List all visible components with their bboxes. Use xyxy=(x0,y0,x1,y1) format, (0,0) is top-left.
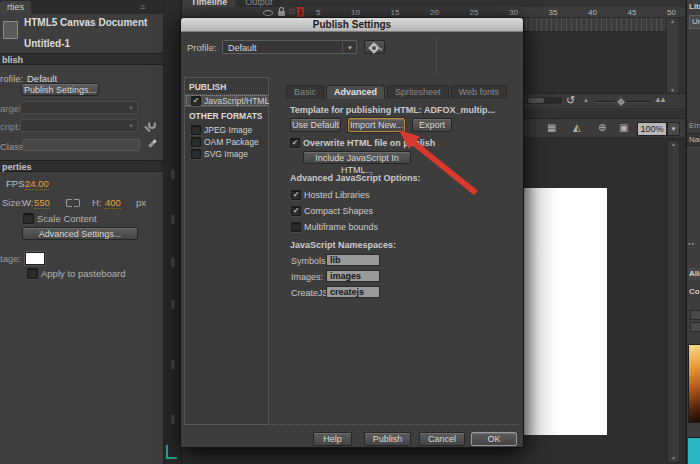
createjs-input[interactable] xyxy=(326,286,380,298)
library-doc-select[interactable]: Unt xyxy=(689,15,700,29)
chevron-down-icon: ▾ xyxy=(379,46,382,52)
other-formats-header: OTHER FORMATS xyxy=(189,111,263,121)
use-default-button[interactable]: Use Default xyxy=(290,118,341,132)
width-value[interactable]: 550 xyxy=(34,197,50,209)
outline-icon[interactable]: □ xyxy=(290,8,294,16)
library-name-header[interactable]: Nam xyxy=(687,133,700,146)
tab-web-fonts[interactable]: Web fonts xyxy=(451,85,507,99)
scroll-down-arrow[interactable]: ▼ xyxy=(670,87,675,93)
tab-library[interactable]: Libra xyxy=(689,2,700,11)
timeline-hscrollbar[interactable] xyxy=(526,97,562,104)
timeline-zoom-slider[interactable] xyxy=(595,96,651,106)
stage-canvas[interactable] xyxy=(523,188,607,435)
format-checkbox[interactable] xyxy=(191,149,201,159)
tool-nub xyxy=(171,215,175,224)
size-label: Size: xyxy=(2,197,23,208)
include-javascript-button[interactable]: Include JavaScript In HTML... xyxy=(303,151,411,164)
clip-content-icon[interactable]: ▣ xyxy=(619,122,628,134)
center-frame-icon[interactable]: ▲ xyxy=(583,97,589,103)
pencil-icon[interactable] xyxy=(148,139,156,147)
loop-playback-icon[interactable]: ↺ xyxy=(566,94,575,107)
zoom-slider-thumb[interactable] xyxy=(615,96,626,107)
lock-icon[interactable] xyxy=(278,11,285,16)
scroll-down-arrow[interactable]: ▼ xyxy=(671,455,676,461)
tab-properties[interactable]: rties xyxy=(0,1,31,14)
format-javascript-html[interactable]: ✓ JavaScript/HTML xyxy=(185,94,268,107)
color-gradient-picker[interactable] xyxy=(688,344,700,423)
edit-symbol-icon[interactable]: ◭ xyxy=(573,122,581,134)
scroll-up-arrow[interactable]: ▲ xyxy=(671,141,676,147)
link-dimensions-icon[interactable] xyxy=(66,198,82,207)
flash-app-window: Timeline Output □ 1 5 10 15 20 25 30 35 … xyxy=(0,0,700,464)
zoom-dropdown-arrow[interactable]: ▼ xyxy=(667,122,680,136)
images-input[interactable] xyxy=(326,270,380,282)
height-value[interactable]: 400 xyxy=(105,197,121,209)
properties-section-header[interactable]: perties xyxy=(0,160,163,172)
format-checkbox[interactable] xyxy=(191,125,201,135)
apply-pasteboard-label: Apply to pasteboard xyxy=(41,268,126,279)
library-folder-icons[interactable]: ▪▪ xyxy=(688,240,695,247)
document-icon xyxy=(3,21,18,39)
zoom-level-field[interactable]: 100% xyxy=(637,122,667,136)
help-button[interactable]: Help xyxy=(313,432,352,446)
color-preview-swatch[interactable] xyxy=(688,437,700,464)
scroll-up-arrow[interactable]: ▲ xyxy=(670,18,675,24)
zoom-large-icon: ▲▲ xyxy=(654,95,664,104)
fps-label: FPS: xyxy=(6,178,27,189)
scale-content-checkbox[interactable] xyxy=(23,213,34,224)
color-mode-button[interactable] xyxy=(690,310,700,320)
tab-spritesheet[interactable]: Spritesheet xyxy=(387,85,449,99)
images-label: Images: xyxy=(291,272,323,282)
settings-tabbar: Basic Advanced Spritesheet Web fonts xyxy=(286,85,507,98)
class-input[interactable] xyxy=(22,139,140,151)
wrench-icon[interactable] xyxy=(144,121,156,133)
hosted-libraries-checkbox[interactable]: ✓ xyxy=(291,190,301,200)
cancel-button[interactable]: Cancel xyxy=(419,432,465,446)
script-dropdown[interactable]: ▼ xyxy=(20,119,138,132)
symbols-input[interactable] xyxy=(326,254,380,266)
tab-timeline[interactable]: Timeline xyxy=(183,0,235,7)
tab-basic[interactable]: Basic xyxy=(286,85,324,99)
export-button[interactable]: Export xyxy=(412,118,452,132)
overwrite-checkbox[interactable]: ✓ xyxy=(290,138,300,148)
publish-section-header[interactable]: blish xyxy=(0,53,163,65)
dialog-profile-dropdown[interactable]: Default ▼ xyxy=(222,40,357,54)
visibility-eye-icon[interactable] xyxy=(263,10,273,16)
format-checkbox[interactable]: ✓ xyxy=(191,96,201,106)
color-mode-button[interactable] xyxy=(690,322,700,332)
center-stage-icon[interactable]: ⊕ xyxy=(598,122,606,134)
hscroll-thumb[interactable] xyxy=(528,98,544,103)
playhead-marker[interactable]: 1 xyxy=(297,7,304,17)
format-label: OAM Package xyxy=(204,137,259,147)
ruler-tick: 45 xyxy=(628,8,637,17)
tab-color[interactable]: Colo xyxy=(689,287,700,296)
publish-settings-button[interactable]: Publish Settings... xyxy=(21,83,99,96)
format-svg[interactable]: SVG Image xyxy=(185,147,268,160)
stage-vscrollbar[interactable]: ▲ ▼ xyxy=(667,140,680,463)
publish-button[interactable]: Publish xyxy=(364,432,411,446)
tab-output[interactable]: Output xyxy=(237,0,280,7)
stage-color-swatch[interactable] xyxy=(25,252,45,265)
panel-menu-icon[interactable]: ≡ xyxy=(140,1,145,13)
apply-pasteboard-checkbox[interactable] xyxy=(27,268,38,279)
tab-align[interactable]: Alig xyxy=(688,268,700,280)
target-dropdown[interactable]: ▼ xyxy=(20,101,138,114)
timeline-vscrollbar[interactable]: ▲ ▼ xyxy=(666,18,678,93)
multiframe-bounds-checkbox[interactable] xyxy=(291,222,301,232)
document-name-label: Untitled-1 xyxy=(24,38,70,49)
option-label: Compact Shapes xyxy=(304,206,373,216)
width-label: W: xyxy=(22,197,33,208)
ruler-tick: 25 xyxy=(470,8,479,17)
profile-options-button[interactable]: ▾ xyxy=(364,40,385,54)
fps-value[interactable]: 24.00 xyxy=(25,178,49,190)
ok-button[interactable]: OK xyxy=(471,432,517,446)
timeline-tabbar: Timeline Output xyxy=(183,0,280,7)
advanced-settings-button[interactable]: Advanced Settings... xyxy=(22,227,138,240)
import-new-button[interactable]: Import New... xyxy=(348,118,405,132)
format-label: SVG Image xyxy=(204,149,248,159)
tab-advanced[interactable]: Advanced xyxy=(326,85,385,99)
dialog-title[interactable]: Publish Settings xyxy=(181,18,523,32)
format-checkbox[interactable] xyxy=(191,137,201,147)
compact-shapes-checkbox[interactable]: ✓ xyxy=(291,206,301,216)
edit-scene-icon[interactable]: ▦ xyxy=(547,122,556,134)
